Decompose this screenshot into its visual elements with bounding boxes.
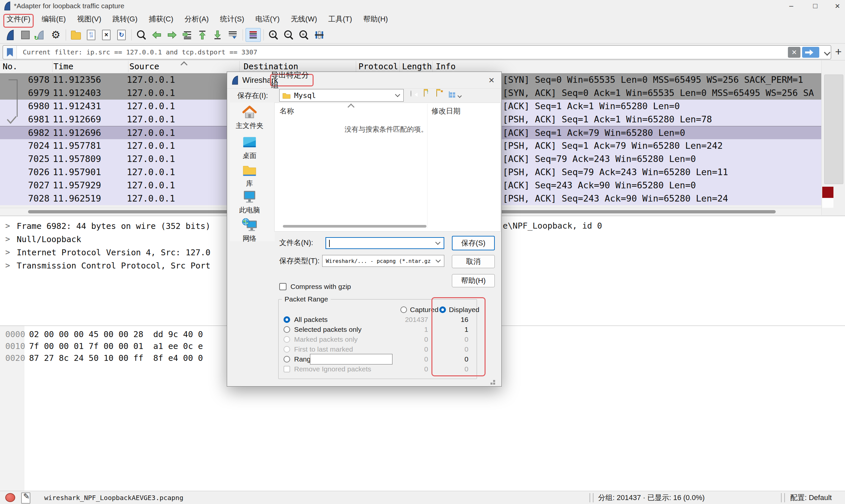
col-protocol[interactable]: Protocol bbox=[358, 60, 398, 73]
close-file-icon[interactable]: × bbox=[99, 29, 113, 41]
file-col-date[interactable]: 修改日期 bbox=[432, 106, 460, 116]
stop-capture-icon[interactable] bbox=[18, 29, 33, 41]
expand-chevron-icon[interactable]: > bbox=[5, 221, 10, 231]
find-packet-icon[interactable] bbox=[134, 29, 149, 41]
menu-go[interactable]: 跳转(G) bbox=[107, 12, 143, 26]
filter-clear-button[interactable]: × bbox=[788, 47, 800, 58]
restart-capture-icon[interactable]: ↻ bbox=[33, 29, 48, 41]
expand-chevron-icon[interactable]: > bbox=[5, 235, 10, 244]
minimize-button[interactable]: – bbox=[784, 0, 799, 12]
menu-edit[interactable]: 编辑(E) bbox=[36, 12, 71, 26]
all-packets-label[interactable]: All packets bbox=[294, 315, 328, 324]
go-forward-icon[interactable] bbox=[165, 29, 179, 41]
expert-info-icon[interactable] bbox=[5, 493, 15, 502]
gzip-checkbox[interactable] bbox=[279, 283, 286, 290]
dialog-resize-grip[interactable] bbox=[493, 380, 495, 382]
save-type-combobox[interactable]: Wireshark/... - pcapng (*.ntar.gz;*.n bbox=[322, 255, 444, 267]
filter-text[interactable]: Current filter: ip.src == 127.0.0.1 and … bbox=[23, 46, 257, 59]
packet-list-vscrollbar[interactable] bbox=[821, 60, 845, 215]
displayed-count: 0 bbox=[429, 365, 469, 373]
save-button[interactable]: 保存(S) bbox=[452, 236, 495, 250]
go-last-icon[interactable] bbox=[210, 29, 225, 41]
expand-chevron-icon[interactable]: > bbox=[5, 248, 10, 257]
cell-source: 127.0.0.1 bbox=[127, 139, 175, 152]
hex-bytes[interactable]: 7f 00 00 01 7f 00 00 01 a1 ee 0c e bbox=[29, 340, 203, 352]
captured-count: 201437 bbox=[388, 315, 428, 324]
col-length[interactable]: Length bbox=[402, 60, 432, 73]
chevron-down-icon bbox=[395, 92, 400, 97]
capture-options-icon[interactable]: ⚙ bbox=[49, 29, 63, 41]
zoom-out-icon[interactable]: − bbox=[282, 29, 296, 41]
hex-bytes[interactable]: 02 00 00 00 45 00 00 28 dd 9c 40 0 bbox=[29, 328, 203, 340]
open-file-icon[interactable] bbox=[69, 29, 83, 41]
selected-packets-label[interactable]: Selected packets only bbox=[294, 325, 362, 334]
range-input[interactable] bbox=[310, 354, 392, 364]
menu-telephony[interactable]: 电话(Y) bbox=[250, 12, 285, 26]
filter-history-dropdown[interactable] bbox=[822, 47, 832, 58]
menu-capture[interactable]: 捕获(C) bbox=[143, 12, 179, 26]
menu-analyze[interactable]: 分析(A) bbox=[179, 12, 214, 26]
profile-indicator[interactable]: 配置: Default bbox=[790, 493, 832, 503]
file-list-panel: 名称 修改日期 没有与搜索条件匹配的项。 bbox=[274, 103, 501, 232]
displayed-label[interactable]: Displayed bbox=[449, 305, 479, 314]
dialog-close-button[interactable]: × bbox=[487, 74, 496, 86]
capture-filename[interactable]: wireshark_NPF_LoopbackAEVGE3.pcapng bbox=[44, 493, 183, 503]
col-info[interactable]: Info bbox=[436, 60, 456, 73]
cell-time: 11.912403 bbox=[53, 86, 101, 100]
help-button[interactable]: 帮助(H) bbox=[452, 274, 495, 287]
dialog-title-bar[interactable]: Wireshark 导出特定分组 × bbox=[227, 72, 501, 89]
place-desktop[interactable]: 桌面 bbox=[227, 136, 272, 160]
go-first-icon[interactable] bbox=[195, 29, 210, 41]
close-button[interactable]: × bbox=[830, 0, 845, 12]
menu-file[interactable]: 文件(F) bbox=[1, 12, 36, 26]
cancel-button[interactable]: 取消 bbox=[452, 255, 495, 268]
captured-label[interactable]: Captured bbox=[410, 305, 438, 314]
back-icon[interactable] bbox=[411, 91, 411, 97]
zoom-in-icon[interactable]: + bbox=[266, 29, 281, 41]
save-in-combobox[interactable]: Mysql bbox=[279, 89, 404, 102]
place-this-pc[interactable]: 此电脑 bbox=[227, 190, 272, 215]
menu-view[interactable]: 视图(V) bbox=[71, 12, 107, 26]
range-radio[interactable] bbox=[284, 356, 290, 362]
displayed-radio[interactable] bbox=[439, 306, 446, 313]
new-folder-icon[interactable]: * bbox=[436, 91, 437, 97]
go-back-icon[interactable] bbox=[149, 29, 164, 41]
col-time[interactable]: Time bbox=[53, 60, 73, 73]
filter-apply-button[interactable] bbox=[802, 47, 819, 58]
display-filter-input[interactable]: Current filter: ip.src == 127.0.0.1 and … bbox=[3, 45, 831, 59]
col-no[interactable]: No. bbox=[3, 60, 17, 73]
up-one-level-icon[interactable]: ↑ bbox=[424, 91, 424, 97]
file-col-name[interactable]: 名称 bbox=[280, 106, 294, 116]
resize-columns-icon[interactable] bbox=[312, 29, 327, 41]
filter-add-button[interactable]: + bbox=[833, 43, 844, 60]
vscroll-thumb[interactable] bbox=[824, 74, 843, 184]
place-network[interactable]: 网络 bbox=[227, 218, 272, 243]
filename-input[interactable] bbox=[325, 237, 444, 249]
all-packets-radio[interactable] bbox=[284, 316, 290, 323]
view-menu-icon[interactable] bbox=[449, 92, 450, 97]
menu-wireless[interactable]: 无线(W) bbox=[285, 12, 322, 26]
reload-file-icon[interactable]: ↻ bbox=[114, 29, 129, 41]
start-capture-icon[interactable] bbox=[3, 29, 17, 41]
go-to-packet-icon[interactable] bbox=[180, 29, 194, 41]
file-list-hscroll-thumb[interactable] bbox=[283, 225, 426, 228]
place-libraries[interactable]: 库 bbox=[227, 164, 272, 188]
colorize-packets-icon[interactable] bbox=[246, 28, 261, 42]
save-file-icon[interactable]: 0110 bbox=[84, 29, 99, 41]
menu-tools[interactable]: 工具(T) bbox=[322, 12, 357, 26]
expand-chevron-icon[interactable]: > bbox=[5, 261, 10, 270]
hex-bytes[interactable]: 87 27 8c 24 50 10 00 ff 8f e4 00 0 bbox=[29, 352, 203, 364]
apply-arrow-head bbox=[810, 50, 816, 55]
captured-radio[interactable] bbox=[400, 306, 407, 313]
menu-statistics[interactable]: 统计(S) bbox=[214, 12, 249, 26]
col-source[interactable]: Source bbox=[129, 60, 159, 73]
selected-packets-radio[interactable] bbox=[284, 326, 290, 333]
place-home[interactable]: 主文件夹 bbox=[227, 105, 272, 130]
capture-comment-icon[interactable] bbox=[21, 492, 30, 504]
menu-help[interactable]: 帮助(H) bbox=[358, 12, 394, 26]
auto-scroll-icon[interactable] bbox=[226, 29, 240, 41]
maximize-button[interactable]: □ bbox=[808, 0, 823, 12]
displayed-count: 0 bbox=[429, 335, 469, 344]
zoom-reset-icon[interactable]: = bbox=[297, 29, 311, 41]
filter-bookmark-button[interactable] bbox=[3, 46, 17, 59]
